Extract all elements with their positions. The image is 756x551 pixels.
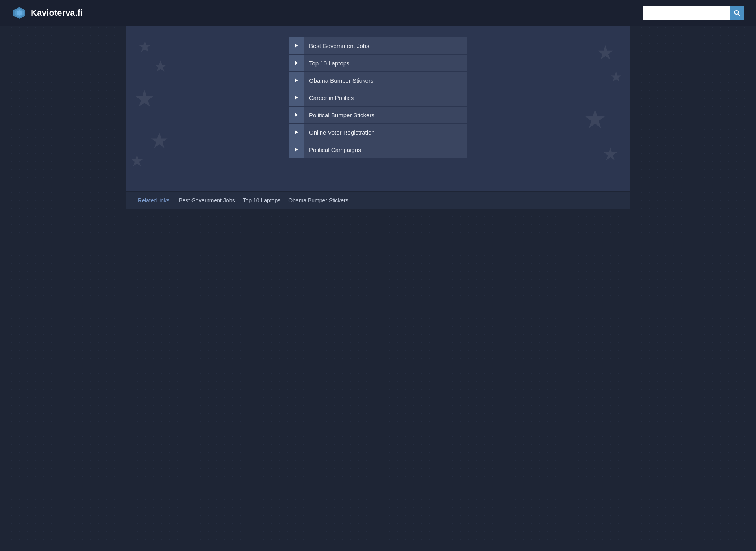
search-button[interactable] — [730, 6, 744, 20]
menu-list: Best Government Jobs Top 10 Laptops Obam… — [289, 33, 467, 162]
menu-item-best-government-jobs[interactable]: Best Government Jobs — [289, 37, 467, 54]
logo-area: Kavioterva.fi — [12, 6, 83, 20]
menu-item-arrow — [289, 72, 304, 89]
menu-item-obama-bumper-stickers[interactable]: Obama Bumper Stickers — [289, 72, 467, 89]
menu-item-arrow — [289, 37, 304, 54]
menu-item-arrow — [289, 124, 304, 141]
menu-item-top-10-laptops[interactable]: Top 10 Laptops — [289, 55, 467, 71]
search-area — [643, 6, 744, 20]
main-content: ★ ★ ★ ★ ★ ★ ★ ★ ★ Best Government Jobs — [126, 26, 630, 551]
search-input[interactable] — [643, 6, 730, 20]
menu-item-label-best-government-jobs: Best Government Jobs — [304, 43, 369, 49]
related-link-rl-top-10-laptops[interactable]: Top 10 Laptops — [243, 197, 280, 203]
menu-item-label-online-voter-registration: Online Voter Registration — [304, 129, 375, 136]
menu-item-arrow — [289, 55, 304, 71]
svg-marker-9 — [295, 113, 298, 117]
menu-item-label-top-10-laptops: Top 10 Laptops — [304, 60, 350, 67]
svg-marker-8 — [295, 96, 298, 100]
svg-marker-6 — [295, 61, 298, 65]
header: Kavioterva.fi — [0, 0, 756, 26]
search-icon — [734, 10, 740, 16]
menu-item-label-career-in-politics: Career in Politics — [304, 94, 354, 101]
related-links-bar: Related links: Best Government JobsTop 1… — [126, 192, 630, 209]
menu-item-label-obama-bumper-stickers: Obama Bumper Stickers — [304, 77, 373, 84]
related-link-rl-obama-bumper-stickers[interactable]: Obama Bumper Stickers — [288, 197, 348, 203]
menu-item-label-political-bumper-stickers: Political Bumper Stickers — [304, 112, 374, 118]
svg-marker-10 — [295, 130, 298, 134]
menu-item-political-campaigns[interactable]: Political Campaigns — [289, 141, 467, 158]
menu-item-political-bumper-stickers[interactable]: Political Bumper Stickers — [289, 107, 467, 123]
svg-marker-5 — [295, 44, 298, 48]
related-links-container: Best Government JobsTop 10 LaptopsObama … — [179, 197, 348, 203]
svg-marker-11 — [295, 148, 298, 152]
menu-item-career-in-politics[interactable]: Career in Politics — [289, 89, 467, 106]
related-links-label: Related links: — [138, 197, 171, 203]
logo-icon — [12, 6, 27, 20]
logo-text: Kavioterva.fi — [31, 8, 83, 18]
menu-item-online-voter-registration[interactable]: Online Voter Registration — [289, 124, 467, 141]
menu-item-arrow — [289, 141, 304, 158]
menu-item-arrow — [289, 89, 304, 106]
svg-marker-7 — [295, 78, 298, 82]
center-panel: ★ ★ ★ ★ ★ ★ ★ ★ ★ Best Government Jobs — [126, 26, 630, 191]
svg-line-4 — [738, 14, 740, 16]
related-link-rl-best-government-jobs[interactable]: Best Government Jobs — [179, 197, 235, 203]
menu-item-label-political-campaigns: Political Campaigns — [304, 146, 361, 153]
menu-item-arrow — [289, 107, 304, 123]
